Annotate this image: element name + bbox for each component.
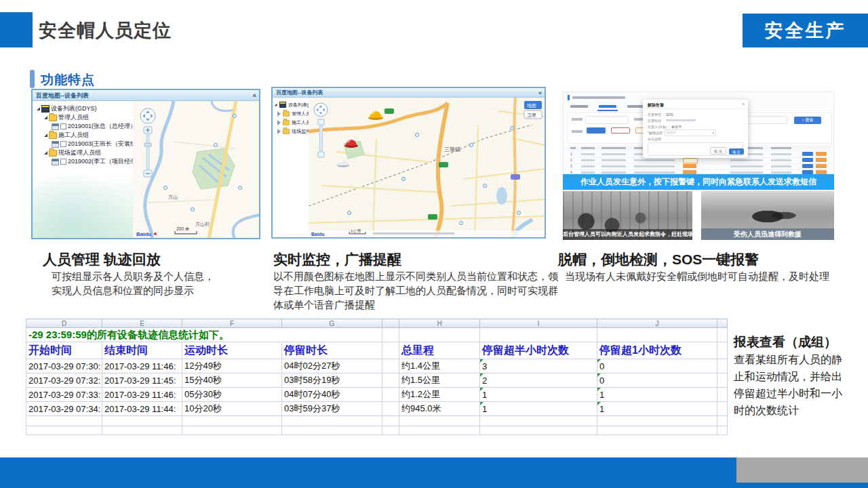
- sheet-cell[interactable]: [399, 328, 480, 342]
- column-letter[interactable]: F: [182, 319, 282, 328]
- sheet-cell[interactable]: [597, 416, 717, 426]
- sheet-cell[interactable]: [382, 359, 399, 373]
- sheet-cell[interactable]: [102, 426, 182, 435]
- collapse-panel-icon[interactable]: «: [252, 90, 256, 101]
- table-cell[interactable]: 03时59分37秒: [282, 402, 382, 416]
- tree-item[interactable]: 设备列表(GDYS): [273, 100, 309, 109]
- table-cell[interactable]: 2017-03-29 11:46:: [102, 359, 182, 373]
- sheet-cell[interactable]: [102, 416, 182, 426]
- sheet-cell[interactable]: [382, 402, 399, 416]
- sheet-cell[interactable]: [382, 328, 399, 342]
- column-letter[interactable]: I: [480, 319, 597, 328]
- map-pan-control[interactable]: [140, 108, 155, 123]
- mini-action-button[interactable]: [802, 158, 813, 162]
- tree-collapsed-arrow-icon[interactable]: [277, 129, 281, 134]
- sheet-cell[interactable]: [717, 426, 728, 435]
- table-cell[interactable]: 04时07分40秒: [282, 388, 382, 402]
- table-cell[interactable]: 2017-03-29 11:44:: [102, 402, 182, 416]
- table-cell[interactable]: 2017-03-29 07:32:: [26, 373, 102, 388]
- table-cell[interactable]: 2017-03-29 07:34:: [26, 402, 102, 416]
- tree-expand-icon[interactable]: [275, 104, 277, 106]
- tree-item[interactable]: 2019003(王班长（安装组组长）): [33, 140, 133, 148]
- sheet-cell[interactable]: [182, 416, 282, 426]
- column-letter[interactable]: [717, 319, 728, 328]
- column-letter[interactable]: J: [597, 319, 717, 328]
- table-cell[interactable]: 2017-03-29 07:30:: [26, 359, 102, 373]
- table-cell[interactable]: 3: [480, 359, 597, 373]
- table-cell[interactable]: 1: [597, 402, 717, 416]
- table-cell[interactable]: 1: [480, 388, 597, 402]
- sheet-cell[interactable]: [717, 328, 728, 342]
- sheet-cell[interactable]: [382, 416, 399, 426]
- column-header[interactable]: 停留时长: [282, 342, 382, 359]
- table-cell[interactable]: 1: [597, 388, 717, 402]
- tree-item[interactable]: 2019002(李工（项目经理）): [33, 157, 133, 166]
- column-header[interactable]: 总里程: [399, 342, 480, 359]
- sheet-cell[interactable]: [480, 328, 597, 342]
- modal-cancel-button[interactable]: 取 消: [710, 147, 726, 155]
- sheet-cell[interactable]: [480, 416, 597, 426]
- tree-collapsed-arrow-icon[interactable]: [277, 120, 281, 125]
- mini-action-button[interactable]: [802, 152, 813, 156]
- table-cell[interactable]: 03时58分19秒: [282, 373, 382, 388]
- table-cell[interactable]: 2017-03-29 07:33:: [26, 388, 102, 402]
- mini-action-button[interactable]: [816, 164, 827, 168]
- mini-action-button[interactable]: [816, 158, 827, 162]
- tree-expand-icon[interactable]: [44, 134, 47, 137]
- table-cell[interactable]: 10分20秒: [182, 402, 282, 416]
- sheet-cell[interactable]: [717, 359, 728, 373]
- table-cell[interactable]: 0: [597, 359, 717, 373]
- column-letter[interactable]: [382, 319, 399, 328]
- mini-action-button[interactable]: [802, 164, 813, 168]
- column-letter[interactable]: G: [282, 319, 382, 328]
- table-cell[interactable]: 04时02分27秒: [282, 359, 382, 373]
- table-cell[interactable]: 15分40秒: [182, 373, 282, 388]
- tree-item[interactable]: 施工人员组: [273, 118, 309, 127]
- alarm-type-chip[interactable]: [611, 127, 630, 134]
- tree-item[interactable]: 施工人员组: [33, 131, 133, 140]
- sheet-cell[interactable]: [717, 373, 728, 388]
- column-header[interactable]: 结束时间: [102, 342, 182, 359]
- map-canvas-2[interactable]: 三墩镇: [309, 98, 545, 237]
- dismiss-reason-select[interactable]: 请选择▾: [665, 129, 716, 136]
- sheet-cell[interactable]: [399, 426, 480, 435]
- modal-close-icon[interactable]: ×: [742, 102, 745, 106]
- sheet-cell[interactable]: [480, 426, 597, 435]
- table-cell[interactable]: 2017-03-29 11:46:: [102, 388, 182, 402]
- sheet-cell[interactable]: [717, 388, 728, 402]
- tree-expand-icon[interactable]: [37, 107, 40, 110]
- alarm-type-chip[interactable]: [587, 127, 606, 134]
- tree-item[interactable]: 管理人员组: [273, 109, 309, 118]
- sheet-cell[interactable]: [26, 426, 102, 435]
- column-letter[interactable]: D: [26, 319, 102, 328]
- collapse-panel-icon-2[interactable]: «: [538, 88, 542, 98]
- table-cell[interactable]: 约1.2公里: [399, 388, 480, 402]
- dashboard-tab[interactable]: [570, 105, 588, 108]
- column-letter[interactable]: H: [399, 319, 480, 328]
- column-header[interactable]: 运动时长: [182, 342, 282, 359]
- tree-item[interactable]: 设备列表(GDYS): [33, 104, 133, 113]
- sheet-cell[interactable]: [597, 328, 717, 342]
- table-cell[interactable]: 约1.5公里: [399, 373, 480, 388]
- sheet-cell[interactable]: [382, 388, 399, 402]
- tree-item[interactable]: 2019001(张总（总经理）): [33, 122, 133, 131]
- table-cell[interactable]: 05分30秒: [182, 388, 282, 402]
- table-cell[interactable]: 1: [480, 402, 597, 416]
- sheet-cell[interactable]: [182, 426, 282, 435]
- column-header[interactable]: 停留超半小时次数: [480, 342, 597, 359]
- modal-ok-button[interactable]: 确 定: [729, 148, 744, 155]
- column-header[interactable]: 开始时间: [26, 342, 102, 359]
- filter-select[interactable]: [585, 116, 629, 124]
- sheet-cell[interactable]: [717, 402, 728, 416]
- tree-expand-icon[interactable]: [44, 116, 47, 119]
- search-button[interactable]: ⌕ 搜索: [794, 117, 821, 124]
- mini-action-button[interactable]: [816, 152, 827, 156]
- tree-checkbox[interactable]: [60, 123, 66, 129]
- sheet-cell[interactable]: [26, 416, 102, 426]
- table-cell[interactable]: 约1.4公里: [399, 359, 480, 373]
- sheet-cell[interactable]: [282, 426, 382, 435]
- table-cell[interactable]: 12分49秒: [182, 359, 282, 373]
- table-cell[interactable]: 2017-03-29 11:45:: [102, 373, 182, 388]
- sheet-cell[interactable]: [717, 416, 728, 426]
- column-letter[interactable]: E: [102, 319, 182, 328]
